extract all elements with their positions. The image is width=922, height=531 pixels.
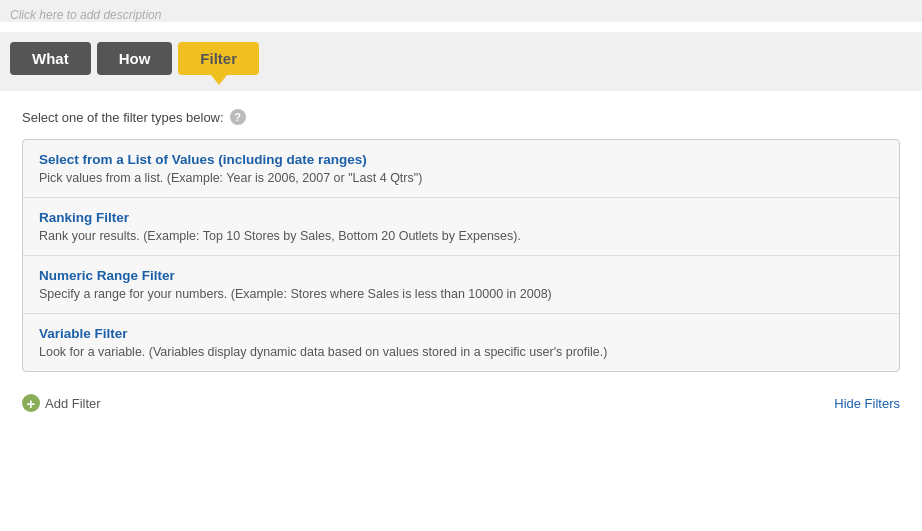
filter-option-numeric-range[interactable]: Numeric Range Filter Specify a range for… <box>23 256 899 314</box>
filter-option-list-values[interactable]: Select from a List of Values (including … <box>23 140 899 198</box>
description-placeholder[interactable]: Click here to add description <box>10 8 912 22</box>
filter-type-label: Select one of the filter types below: <box>22 110 224 125</box>
filter-label-row: Select one of the filter types below: ? <box>22 109 900 125</box>
add-filter-label: Add Filter <box>45 396 101 411</box>
add-filter-icon: + <box>22 394 40 412</box>
filter-option-ranking[interactable]: Ranking Filter Rank your results. (Examp… <box>23 198 899 256</box>
filter-option-numeric-range-title[interactable]: Numeric Range Filter <box>39 268 883 283</box>
filter-option-ranking-title[interactable]: Ranking Filter <box>39 210 883 225</box>
hide-filters-button[interactable]: Hide Filters <box>834 396 900 411</box>
help-icon[interactable]: ? <box>230 109 246 125</box>
tab-filter[interactable]: Filter <box>178 42 259 75</box>
page-wrapper: Click here to add description What How F… <box>0 0 922 531</box>
filter-option-numeric-range-desc: Specify a range for your numbers. (Examp… <box>39 287 883 301</box>
add-filter-button[interactable]: + Add Filter <box>22 394 101 412</box>
filter-option-variable-title[interactable]: Variable Filter <box>39 326 883 341</box>
top-bar: Click here to add description <box>0 0 922 22</box>
filter-option-list-values-desc: Pick values from a list. (Example: Year … <box>39 171 883 185</box>
filter-option-list-values-title[interactable]: Select from a List of Values (including … <box>39 152 883 167</box>
bottom-bar: + Add Filter Hide Filters <box>0 388 922 424</box>
filter-option-variable-desc: Look for a variable. (Variables display … <box>39 345 883 359</box>
tab-bar: What How Filter <box>0 32 922 91</box>
tab-what[interactable]: What <box>10 42 91 75</box>
filter-options-box: Select from a List of Values (including … <box>22 139 900 372</box>
filter-option-variable[interactable]: Variable Filter Look for a variable. (Va… <box>23 314 899 371</box>
tab-how[interactable]: How <box>97 42 173 75</box>
filter-option-ranking-desc: Rank your results. (Example: Top 10 Stor… <box>39 229 883 243</box>
main-content: Select one of the filter types below: ? … <box>0 91 922 372</box>
